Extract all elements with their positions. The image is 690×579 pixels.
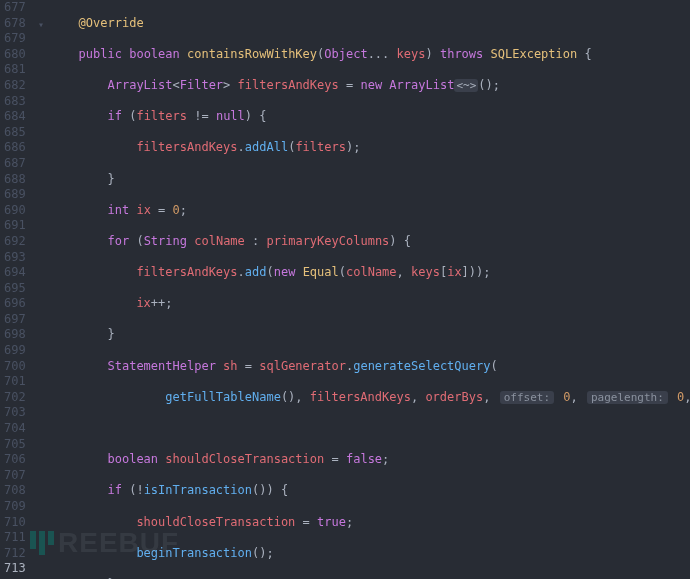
keyword-token: boolean bbox=[107, 452, 158, 466]
line-number[interactable]: 683 bbox=[4, 94, 26, 110]
line-number[interactable]: 695 bbox=[4, 281, 26, 297]
keyword-token: null bbox=[216, 109, 245, 123]
code-line[interactable]: boolean shouldCloseTransaction = false; bbox=[50, 452, 690, 468]
code-line[interactable]: filtersAndKeys.add(new Equal(colName, ke… bbox=[50, 265, 690, 281]
line-number[interactable]: 710 bbox=[4, 515, 26, 531]
keyword-token: false bbox=[346, 452, 382, 466]
line-number[interactable]: 690 bbox=[4, 203, 26, 219]
punct-token: ; bbox=[382, 452, 389, 466]
code-line[interactable]: ArrayList<Filter> filtersAndKeys = new A… bbox=[50, 78, 690, 94]
type-token: ArrayList bbox=[389, 78, 454, 92]
line-number[interactable]: 682 bbox=[4, 78, 26, 94]
var-token: sh bbox=[223, 359, 237, 373]
punct-token: ; bbox=[346, 515, 353, 529]
line-number[interactable]: 685 bbox=[4, 125, 26, 141]
method-token: generateSelectQuery bbox=[353, 359, 490, 373]
code-line[interactable]: if (!isInTransaction()) { bbox=[50, 483, 690, 499]
punct-token: . bbox=[238, 140, 245, 154]
line-number[interactable]: 688 bbox=[4, 172, 26, 188]
line-number[interactable]: 678 bbox=[4, 16, 26, 32]
method-token: addAll bbox=[245, 140, 288, 154]
code-area[interactable]: @Override public boolean containsRowWith… bbox=[34, 0, 690, 579]
brace-token: } bbox=[107, 172, 114, 186]
keyword-token: new bbox=[360, 78, 382, 92]
line-number[interactable]: 691 bbox=[4, 218, 26, 234]
var-token: colName bbox=[346, 265, 397, 279]
brace-token: } bbox=[107, 327, 114, 341]
type-token: String bbox=[144, 234, 187, 248]
punct-token: ( bbox=[490, 359, 497, 373]
line-number[interactable]: 689 bbox=[4, 187, 26, 203]
code-line[interactable]: beginTransaction(); bbox=[50, 546, 690, 562]
keyword-token: if bbox=[107, 483, 121, 497]
line-number[interactable]: 702 bbox=[4, 390, 26, 406]
line-number[interactable]: 696 bbox=[4, 296, 26, 312]
var-token: primaryKeyColumns bbox=[267, 234, 390, 248]
code-editor[interactable]: 677 678 679 680 681 682 683 684 685 686 … bbox=[0, 0, 690, 579]
code-line[interactable]: public boolean containsRowWithKey(Object… bbox=[50, 47, 690, 63]
line-number[interactable]: 704 bbox=[4, 421, 26, 437]
varargs-token: ... bbox=[368, 47, 390, 61]
line-number[interactable]: 692 bbox=[4, 234, 26, 250]
type-token: Object bbox=[324, 47, 367, 61]
code-line[interactable]: StatementHelper sh = sqlGenerator.genera… bbox=[50, 359, 690, 375]
line-number[interactable]: 697 bbox=[4, 312, 26, 328]
punct-token: ); bbox=[346, 140, 360, 154]
code-line[interactable]: getFullTableName(), filtersAndKeys, orde… bbox=[50, 390, 690, 406]
punct-token: ) { bbox=[389, 234, 411, 248]
op-token: = bbox=[346, 78, 353, 92]
method-token: isInTransaction bbox=[144, 483, 252, 497]
code-line[interactable]: } bbox=[50, 327, 690, 343]
line-number[interactable]: 705 bbox=[4, 437, 26, 453]
punct-token: ])); bbox=[462, 265, 491, 279]
line-number[interactable]: 701 bbox=[4, 374, 26, 390]
code-line[interactable]: } bbox=[50, 172, 690, 188]
diamond-hint: <~> bbox=[454, 79, 478, 92]
var-token: shouldCloseTransaction bbox=[136, 515, 295, 529]
line-number[interactable]: 708 bbox=[4, 483, 26, 499]
line-number[interactable]: 677 bbox=[4, 0, 26, 16]
line-number[interactable]: 698 bbox=[4, 327, 26, 343]
var-token: colName bbox=[194, 234, 245, 248]
op-token: != bbox=[194, 109, 208, 123]
param-token: keys bbox=[397, 47, 426, 61]
line-number[interactable]: 712 bbox=[4, 546, 26, 562]
line-number[interactable]: 679 bbox=[4, 31, 26, 47]
line-number[interactable]: 709 bbox=[4, 499, 26, 515]
code-line[interactable]: filtersAndKeys.addAll(filters); bbox=[50, 140, 690, 156]
code-line[interactable] bbox=[50, 421, 690, 437]
code-line[interactable]: if (filters != null) { bbox=[50, 109, 690, 125]
line-number[interactable]: 681 bbox=[4, 62, 26, 78]
var-token: ix bbox=[447, 265, 461, 279]
op-token: ++; bbox=[151, 296, 173, 310]
code-line[interactable]: @Override bbox=[50, 16, 690, 32]
punct-token: ()) { bbox=[252, 483, 288, 497]
line-number[interactable]: 699 bbox=[4, 343, 26, 359]
line-number[interactable]: 713 bbox=[4, 561, 26, 577]
line-number[interactable]: 686 bbox=[4, 140, 26, 156]
keyword-token: for bbox=[107, 234, 129, 248]
code-line[interactable]: ix++; bbox=[50, 296, 690, 312]
line-number[interactable]: 706 bbox=[4, 452, 26, 468]
line-number[interactable]: 687 bbox=[4, 156, 26, 172]
type-token: Filter bbox=[180, 78, 223, 92]
punct-token: (); bbox=[478, 78, 500, 92]
line-number[interactable]: 693 bbox=[4, 250, 26, 266]
line-number[interactable]: 684 bbox=[4, 109, 26, 125]
line-number[interactable]: 700 bbox=[4, 359, 26, 375]
keyword-token: public bbox=[79, 47, 122, 61]
line-number[interactable]: 694 bbox=[4, 265, 26, 281]
code-line[interactable]: for (String colName : primaryKeyColumns)… bbox=[50, 234, 690, 250]
var-token: filters bbox=[295, 140, 346, 154]
var-token: keys bbox=[411, 265, 440, 279]
line-number[interactable]: 711 bbox=[4, 530, 26, 546]
fold-icon[interactable]: ▾ bbox=[38, 17, 44, 33]
op-token: : bbox=[252, 234, 259, 248]
line-number-gutter[interactable]: 677 678 679 680 681 682 683 684 685 686 … bbox=[0, 0, 34, 579]
line-number[interactable]: 680 bbox=[4, 47, 26, 63]
code-line[interactable]: int ix = 0; bbox=[50, 203, 690, 219]
line-number[interactable]: 707 bbox=[4, 468, 26, 484]
code-line[interactable]: shouldCloseTransaction = true; bbox=[50, 515, 690, 531]
line-number[interactable]: 703 bbox=[4, 405, 26, 421]
type-token: ArrayList bbox=[107, 78, 172, 92]
